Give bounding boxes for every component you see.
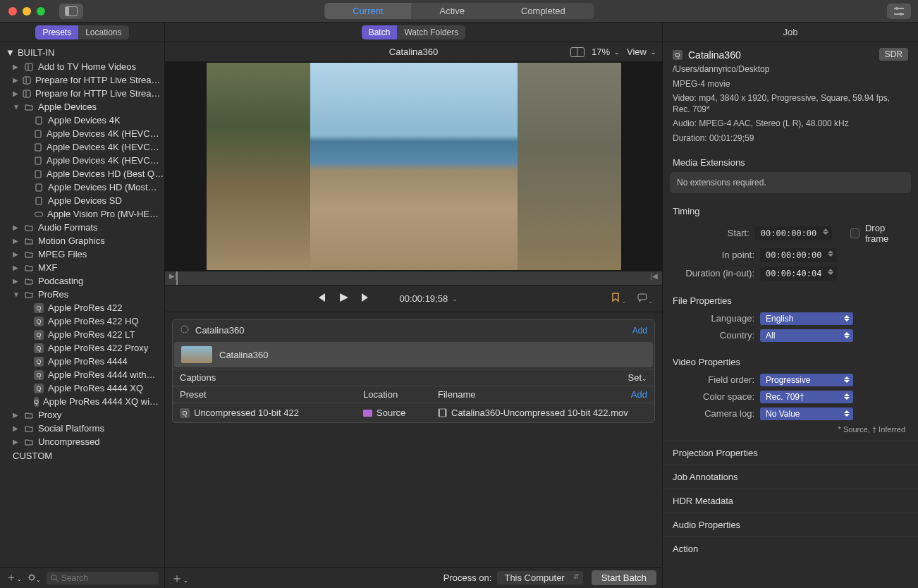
- language-select[interactable]: English: [760, 312, 853, 325]
- start-batch-button[interactable]: Start Batch: [592, 570, 656, 585]
- group-prores[interactable]: ▼ProRes: [0, 288, 164, 301]
- segment-active[interactable]: Active: [412, 3, 493, 19]
- process-on-select[interactable]: This Computer: [497, 571, 582, 584]
- batch-add-button[interactable]: ＋⌄: [171, 570, 188, 587]
- video-footnote: * Source, † Inferred: [663, 422, 918, 441]
- job-add-button[interactable]: Add: [632, 326, 647, 336]
- section-builtin[interactable]: ▼BUILT-IN: [0, 45, 164, 60]
- folder-icon: [24, 437, 34, 447]
- group-proxy[interactable]: ▶Proxy: [0, 408, 164, 422]
- prev-button[interactable]: [315, 292, 326, 305]
- preset-item[interactable]: QApple ProRes 4444 XQ wi…: [0, 395, 164, 408]
- view-dropdown[interactable]: View⌄: [627, 47, 656, 57]
- search-icon: [51, 574, 59, 582]
- preset-item[interactable]: Apple Devices 4K: [0, 114, 164, 127]
- search-field[interactable]: [47, 572, 159, 584]
- action-button[interactable]: ⌄: [27, 572, 41, 584]
- group-tv-home[interactable]: ▶Add to TV Home Videos: [0, 60, 164, 73]
- colorspace-select[interactable]: Rec. 709†: [760, 391, 853, 403]
- group-apple-devices[interactable]: ▼Apple Devices: [0, 100, 164, 114]
- tab-watch-folders[interactable]: Watch Folders: [397, 25, 465, 39]
- marker-button[interactable]: ⌄: [610, 292, 627, 305]
- tab-presets[interactable]: Presets: [35, 25, 78, 39]
- preview-viewer[interactable]: [165, 62, 662, 271]
- tab-batch[interactable]: Batch: [362, 25, 398, 39]
- svg-rect-10: [35, 130, 41, 137]
- field-order-select[interactable]: Progressive: [760, 374, 853, 386]
- go-to-end-icon[interactable]: |◀: [650, 272, 658, 280]
- preset-tree[interactable]: ▼BUILT-IN ▶Add to TV Home Videos ▶Prepar…: [0, 42, 164, 567]
- quicktime-icon: Q: [180, 408, 190, 418]
- section-custom[interactable]: CUSTOM: [0, 448, 164, 463]
- captions-row: Captions Set⌄: [173, 369, 654, 386]
- preset-item[interactable]: QApple ProRes 4444 with…: [0, 368, 164, 381]
- svg-rect-14: [36, 184, 42, 191]
- preset-item[interactable]: Apple Devices 4K (HEVC…: [0, 154, 164, 167]
- start-field[interactable]: 00:00:00:00: [755, 226, 832, 240]
- group-uncompressed[interactable]: ▶Uncompressed: [0, 435, 164, 448]
- preset-item[interactable]: QApple ProRes 422 HQ: [0, 314, 164, 328]
- inspector-toggle-button[interactable]: [887, 4, 911, 19]
- zoom-window-button[interactable]: [37, 7, 45, 16]
- group-mxf[interactable]: ▶MXF: [0, 261, 164, 274]
- preset-item[interactable]: Apple Devices SD: [0, 194, 164, 207]
- country-select[interactable]: All: [760, 329, 853, 342]
- group-mpeg[interactable]: ▶MPEG Files: [0, 247, 164, 261]
- section-audio-props[interactable]: Audio Properties: [663, 513, 918, 537]
- folder-icon: [24, 102, 34, 112]
- output-row[interactable]: QUncompressed 10-bit 422 Source Catalina…: [173, 403, 654, 422]
- preset-item[interactable]: QApple ProRes 422: [0, 301, 164, 314]
- inpoint-label: In point:: [673, 250, 754, 260]
- preset-item[interactable]: Apple Vision Pro (MV-HE…: [0, 207, 164, 221]
- output-add-button[interactable]: Add: [631, 389, 647, 400]
- preset-item[interactable]: Apple Devices 4K (HEVC…: [0, 127, 164, 140]
- group-social[interactable]: ▶Social Platforms: [0, 422, 164, 435]
- preset-item[interactable]: Apple Devices HD (Most…: [0, 180, 164, 194]
- cameralog-select[interactable]: No Value: [760, 408, 853, 420]
- timeline-scrubber[interactable]: ▶| |◀: [165, 271, 662, 286]
- tab-locations[interactable]: Locations: [78, 25, 128, 39]
- minimize-window-button[interactable]: [23, 7, 31, 16]
- section-action[interactable]: Action: [663, 537, 918, 561]
- quicktime-icon: Q: [34, 370, 44, 380]
- group-audio[interactable]: ▶Audio Formats: [0, 221, 164, 234]
- section-projection[interactable]: Projection Properties: [663, 441, 918, 465]
- next-button[interactable]: [360, 292, 372, 305]
- sidebar-toggle-button[interactable]: [59, 4, 83, 19]
- source-row[interactable]: Catalina360: [174, 342, 653, 367]
- group-http-1[interactable]: ▶Prepare for HTTP Live Strea…: [0, 73, 164, 87]
- captions-set-button[interactable]: Set⌄: [628, 372, 647, 383]
- play-button[interactable]: [338, 292, 349, 305]
- preset-item[interactable]: QApple ProRes 422 Proxy: [0, 341, 164, 355]
- search-input[interactable]: [61, 573, 154, 583]
- zoom-dropdown[interactable]: 17%⌄: [592, 47, 620, 57]
- job-card[interactable]: Catalina360 Add Catalina360 Captions Set…: [172, 319, 655, 423]
- preset-item[interactable]: Apple Devices 4K (HEVC…: [0, 140, 164, 154]
- inpoint-field[interactable]: 00:00:00:00: [760, 248, 837, 262]
- timecode-display[interactable]: 00:00:19;58⌄: [400, 293, 458, 304]
- preset-item[interactable]: QApple ProRes 4444: [0, 355, 164, 368]
- duration-field[interactable]: 00:00:40:04: [760, 267, 837, 281]
- svg-rect-25: [445, 409, 446, 417]
- group-http-2[interactable]: ▶Prepare for HTTP Live Strea…: [0, 87, 164, 100]
- section-hdr[interactable]: HDR Metadata: [663, 489, 918, 513]
- add-button[interactable]: ＋⌄: [6, 570, 22, 585]
- preset-item[interactable]: QApple ProRes 422 LT: [0, 328, 164, 341]
- preset-item[interactable]: QApple ProRes 4444 XQ: [0, 381, 164, 395]
- close-window-button[interactable]: [8, 7, 17, 16]
- col-filename: Filename: [438, 389, 631, 400]
- preset-item[interactable]: Apple Devices HD (Best Q…: [0, 167, 164, 180]
- col-location: Location: [363, 389, 438, 400]
- svg-rect-8: [23, 90, 30, 97]
- group-podcast[interactable]: ▶Podcasting: [0, 274, 164, 288]
- inspector-tab-job[interactable]: Job: [663, 23, 918, 42]
- playhead[interactable]: [176, 271, 178, 285]
- compare-button[interactable]: [570, 47, 585, 57]
- comment-button[interactable]: ⌄: [637, 292, 654, 305]
- segment-current[interactable]: Current: [324, 3, 411, 19]
- section-annotations[interactable]: Job Annotations: [663, 465, 918, 489]
- group-motion[interactable]: ▶Motion Graphics: [0, 234, 164, 247]
- segment-completed[interactable]: Completed: [493, 3, 594, 19]
- dropframe-checkbox[interactable]: [850, 228, 859, 238]
- quicktime-icon: Q: [34, 303, 44, 313]
